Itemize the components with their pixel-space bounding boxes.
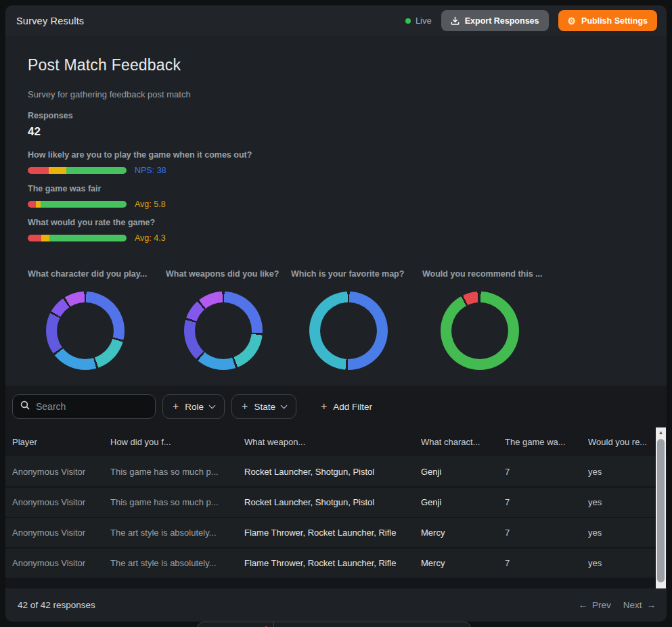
peeking-bottom-toolbar[interactable] — [196, 622, 472, 627]
pagination: ← Prev Next → — [578, 600, 656, 610]
donut-hole — [320, 302, 377, 359]
cell-player: Anonymous Visitor — [12, 467, 110, 477]
live-label: Live — [416, 16, 432, 26]
cell-recommend: yes — [588, 467, 667, 477]
donut-hole — [57, 302, 114, 359]
cell-recommend: yes — [588, 528, 667, 538]
column-header-character: What charact... — [421, 437, 505, 447]
cell-character: Mercy — [421, 558, 505, 568]
add-filter-label: Add Filter — [333, 402, 372, 412]
next-label: Next — [623, 600, 642, 610]
table-scrollbar[interactable]: ▲ — [656, 427, 666, 588]
toolbar-divider — [273, 622, 274, 627]
table-row[interactable]: Anonymous Visitor The art style is absol… — [5, 518, 667, 549]
cell-weapons: Rocket Launcher, Shotgun, Pistol — [244, 497, 421, 507]
scrollbar-thumb[interactable] — [657, 439, 665, 582]
chevron-down-icon — [209, 402, 216, 409]
role-filter-label: Role — [185, 402, 204, 412]
cell-fairness: 7 — [505, 467, 588, 477]
filter-bar: + Role + State + Add Filter — [5, 386, 667, 427]
table-row[interactable]: Anonymous Visitor This game has so much … — [5, 457, 667, 488]
cell-fairness: 7 — [505, 528, 588, 538]
publish-settings-label: Publish Settings — [581, 16, 648, 26]
next-page-button[interactable]: Next → — [623, 600, 656, 610]
cell-weapons: Flame Thrower, Rocket Launcher, Rifle — [244, 528, 421, 538]
column-header-player: Player — [12, 437, 110, 447]
app-window: Survey Results Live Export Responses ⚙ P… — [5, 5, 667, 622]
prev-page-button[interactable]: ← Prev — [578, 600, 610, 610]
state-filter-dropdown[interactable]: + State — [231, 394, 296, 419]
cell-fairness: 7 — [505, 558, 588, 568]
cell-character: Genji — [421, 497, 505, 507]
cell-recommend: yes — [588, 497, 667, 507]
arrow-right-icon: → — [647, 600, 656, 610]
plus-icon: + — [173, 401, 179, 412]
gear-icon: ⚙ — [568, 16, 577, 26]
avg-distribution-bar — [28, 235, 127, 241]
nps-distribution-bar — [28, 167, 127, 174]
avg-metric: Avg: 4.3 — [135, 233, 166, 243]
question-stat: How likely are you to play the game when… — [28, 150, 650, 175]
export-responses-button[interactable]: Export Responses — [441, 10, 549, 31]
responses-label: Responses — [28, 111, 650, 120]
donut-hole — [195, 302, 252, 359]
question-label: The game was fair — [28, 184, 650, 193]
cell-character: Mercy — [421, 528, 505, 538]
question-label: How likely are you to play the game when… — [28, 150, 650, 160]
cell-feedback: This game has so much p... — [110, 467, 244, 477]
column-header-fairness: The game wa... — [505, 437, 588, 447]
survey-title: Post Match Feedback — [28, 56, 650, 74]
cell-weapons: Rocket Launcher, Shotgun, Pistol — [244, 467, 421, 477]
cell-feedback: The art style is absolutely... — [110, 558, 244, 568]
scrollbar-up-arrow-icon[interactable]: ▲ — [656, 427, 666, 438]
nps-metric: NPS: 38 — [135, 166, 166, 175]
donut-chart-row: What character did you play... What weap… — [28, 269, 650, 370]
column-header-feedback: How did you f... — [110, 437, 244, 447]
plus-icon: + — [321, 401, 327, 412]
responses-summary: 42 of 42 responses — [18, 600, 95, 610]
search-icon — [20, 400, 30, 413]
recommend-donut-chart — [441, 292, 519, 370]
table-row[interactable]: Anonymous Visitor This game has so much … — [5, 488, 667, 518]
table-row[interactable]: Anonymous Visitor The art style is absol… — [5, 549, 667, 579]
publish-settings-button[interactable]: ⚙ Publish Settings — [558, 10, 658, 31]
chevron-down-icon — [281, 402, 288, 409]
cell-character: Genji — [421, 467, 505, 477]
cell-feedback: This game has so much p... — [110, 497, 244, 507]
column-header-weapons: What weapon... — [244, 437, 421, 447]
export-responses-label: Export Responses — [465, 16, 539, 26]
avg-metric: Avg: 5.8 — [135, 200, 166, 209]
search-input[interactable] — [36, 401, 158, 412]
survey-subtitle: Survey for gathering feedback post match — [28, 89, 650, 99]
survey-overview-panel: Post Match Feedback Survey for gathering… — [5, 36, 667, 386]
question-label: What would you rate the game? — [28, 218, 650, 227]
table-header-row: Player How did you f... What weapon... W… — [5, 427, 667, 457]
state-filter-label: State — [254, 402, 275, 412]
donut-chart-block: What character did you play... — [28, 269, 166, 370]
top-bar: Survey Results Live Export Responses ⚙ P… — [5, 5, 667, 36]
search-input-container[interactable] — [12, 394, 156, 419]
responses-count: 42 — [28, 125, 650, 139]
avg-distribution-bar — [28, 201, 127, 208]
column-header-recommend: Would you re... — [588, 437, 667, 447]
cell-weapons: Flame Thrower, Rocket Launcher, Rifle — [244, 558, 421, 568]
responses-table: Player How did you f... What weapon... W… — [5, 427, 667, 588]
map-donut-chart — [309, 292, 388, 370]
donut-chart-block: What weapons did you like? — [166, 269, 291, 370]
page-title: Survey Results — [16, 16, 84, 26]
plus-icon: + — [242, 401, 248, 412]
donut-chart-block: Which is your favorite map? — [291, 269, 422, 370]
download-icon — [451, 16, 460, 25]
table-footer: 42 of 42 responses ← Prev Next → — [5, 588, 667, 622]
cell-player: Anonymous Visitor — [12, 528, 110, 538]
live-dot-icon — [405, 18, 411, 24]
donut-title: Would you recommend this ... — [422, 269, 554, 279]
prev-label: Prev — [592, 600, 611, 610]
donut-hole — [451, 302, 508, 359]
question-stat: The game was fair Avg: 5.8 — [28, 184, 650, 209]
cell-player: Anonymous Visitor — [12, 558, 110, 568]
role-filter-dropdown[interactable]: + Role — [162, 394, 225, 419]
question-stat: What would you rate the game? Avg: 4.3 — [28, 218, 650, 243]
add-filter-button[interactable]: + Add Filter — [321, 401, 372, 412]
donut-chart-block: Would you recommend this ... — [422, 269, 554, 370]
